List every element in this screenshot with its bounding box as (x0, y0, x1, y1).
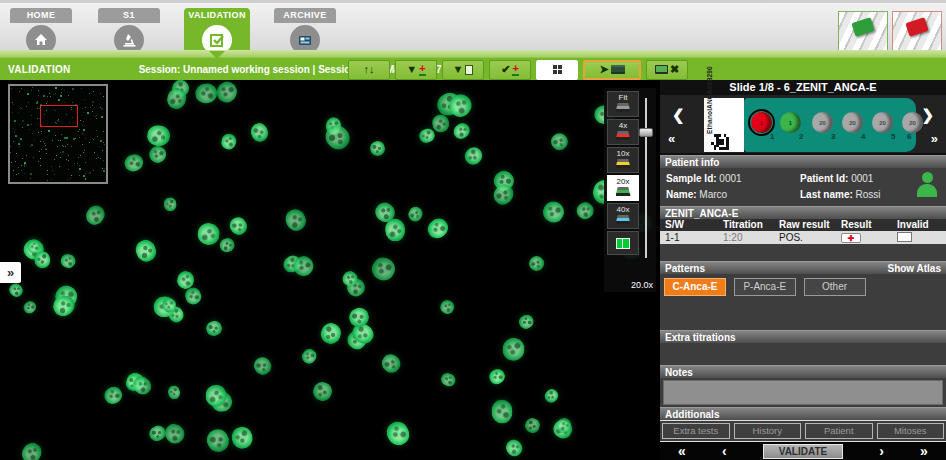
show-atlas-link[interactable]: Show Atlas (887, 262, 941, 274)
zoom-slider[interactable] (645, 98, 647, 258)
navigator-speckle (103, 142, 104, 143)
navigator-speckle (30, 173, 32, 175)
patient-person-icon[interactable] (916, 172, 938, 200)
zoom-10x-button[interactable]: 10x (607, 147, 639, 173)
screen-icon (655, 65, 668, 74)
last-well-button[interactable]: » (920, 444, 928, 458)
tab-validation[interactable]: VALIDATION (184, 8, 250, 53)
pattern-c-anca-e-button[interactable]: C-Anca-E (664, 278, 726, 296)
extra-titrations-body (660, 343, 946, 365)
zoom-40x-button[interactable]: 40x (607, 203, 639, 229)
navigator-speckle (31, 144, 33, 146)
navigator-speckle (61, 92, 62, 93)
keyboard-green-key-button[interactable] (838, 11, 888, 51)
pattern-p-anca-e-button[interactable]: P-Anca-E (734, 278, 796, 296)
zoom-20x-button[interactable]: 20x (607, 175, 639, 201)
prev-slide-button[interactable]: ❮ (672, 107, 685, 122)
history-button[interactable]: History (734, 423, 802, 439)
multi-field-button[interactable] (607, 231, 639, 255)
patient-button[interactable]: Patient (805, 423, 873, 439)
navigator-speckle (55, 135, 56, 136)
zoom-4x-button[interactable]: 4x (607, 119, 639, 145)
navigator-speckle (38, 123, 39, 124)
navigator-speckle (57, 146, 58, 147)
patient-id-field: Patient Id: 0001 (800, 173, 873, 184)
tab-accent-strip (0, 50, 946, 57)
navigator-speckle (96, 130, 97, 131)
grid-view-button[interactable] (536, 60, 578, 80)
well-5[interactable]: 20 (872, 112, 893, 133)
tab-home[interactable]: HOME (8, 8, 74, 53)
navigator-speckle (72, 117, 73, 118)
well-3[interactable]: 20 (812, 112, 833, 133)
navigator-speckle (72, 102, 73, 103)
navigator-speckle (27, 124, 29, 126)
panel-expander-button[interactable]: » (0, 262, 21, 283)
navigator-speckle (41, 131, 42, 132)
next-well-button[interactable]: › (879, 444, 884, 458)
notes-body (660, 378, 946, 407)
tab-archive[interactable]: ARCHIVE (272, 8, 338, 53)
navigator-speckle (37, 108, 38, 109)
col-raw-result: Raw result (774, 219, 836, 231)
result-titration: 1:20 (718, 231, 774, 244)
send-instrument-button[interactable]: ➤ (583, 60, 641, 80)
well-2[interactable]: 1 (780, 112, 801, 133)
navigator-speckle (18, 112, 19, 113)
tab-s1[interactable]: S1 (96, 8, 162, 53)
filter-add-button[interactable]: ▼ + (395, 60, 437, 80)
navigator-speckle (85, 107, 86, 108)
navigator-speckle (38, 161, 39, 162)
navigator-speckle (51, 179, 52, 180)
navigator-speckle (103, 160, 104, 161)
fluorescent-cell (250, 354, 274, 378)
close-session-button[interactable]: ✖ (646, 60, 688, 80)
fluorescence-image[interactable]: » Fit 4x 10x 20x (0, 80, 660, 460)
zoom-fit-button[interactable]: Fit (607, 91, 639, 117)
overview-navigator[interactable] (8, 84, 108, 184)
filter-report-button[interactable]: ▼ (442, 60, 484, 80)
prev-well-button[interactable]: ‹ (722, 444, 727, 458)
navigator-speckle (41, 149, 42, 150)
zoom-slider-handle[interactable] (639, 128, 653, 137)
last-slide-button[interactable]: » (931, 132, 938, 145)
grid-icon (552, 64, 563, 75)
validate-batch-button[interactable]: ✔ + (489, 60, 531, 80)
result-row[interactable]: 1-1 1:20 POS. (100%) ✚ (660, 231, 946, 244)
navigator-speckle (24, 166, 25, 167)
navigator-speckle (18, 173, 19, 174)
navigator-speckle (50, 96, 51, 97)
navigator-speckle (21, 108, 22, 109)
sample-id-field: Sample Id: 0001 (666, 173, 742, 184)
sort-button[interactable]: ↑↓ (348, 60, 390, 80)
extra-tests-button[interactable]: Extra tests (662, 423, 730, 439)
navigator-speckle (47, 170, 48, 171)
navigator-speckle (19, 124, 20, 125)
top-tab-bar: HOME S1 VALIDATION ARCHIVE (0, 0, 946, 50)
first-well-button[interactable]: « (678, 444, 686, 458)
slide-navigator: ❮ « ❯ » Ethanol ANCA 068290 1 (660, 95, 946, 155)
invalid-checkbox[interactable] (897, 232, 912, 242)
field-grid-icon (616, 238, 630, 249)
well-4[interactable]: 20 (842, 112, 863, 133)
well-6[interactable]: 20 (902, 112, 923, 133)
navigator-speckle (22, 127, 23, 128)
pattern-other-button[interactable]: Other (804, 278, 866, 296)
navigator-speckle (71, 109, 72, 110)
navigator-speckle (68, 160, 69, 161)
notes-input[interactable] (663, 380, 943, 405)
well-1[interactable]: 1 (751, 112, 772, 133)
fluorescent-cell (299, 346, 319, 366)
navigator-speckle (82, 144, 83, 145)
positive-result-chip[interactable]: ✚ (841, 233, 861, 243)
mitoses-button[interactable]: Mitoses (877, 423, 945, 439)
navigator-speckle (28, 102, 29, 103)
navigator-speckle (10, 152, 11, 153)
navigator-speckle (10, 146, 11, 147)
first-slide-button[interactable]: « (668, 132, 675, 145)
fluorescent-cell (82, 202, 108, 229)
next-slide-button[interactable]: ❯ (921, 107, 934, 122)
keyboard-red-key-button[interactable] (892, 11, 942, 51)
navigator-speckle (32, 133, 33, 134)
validate-button[interactable]: VALIDATE (763, 444, 843, 459)
